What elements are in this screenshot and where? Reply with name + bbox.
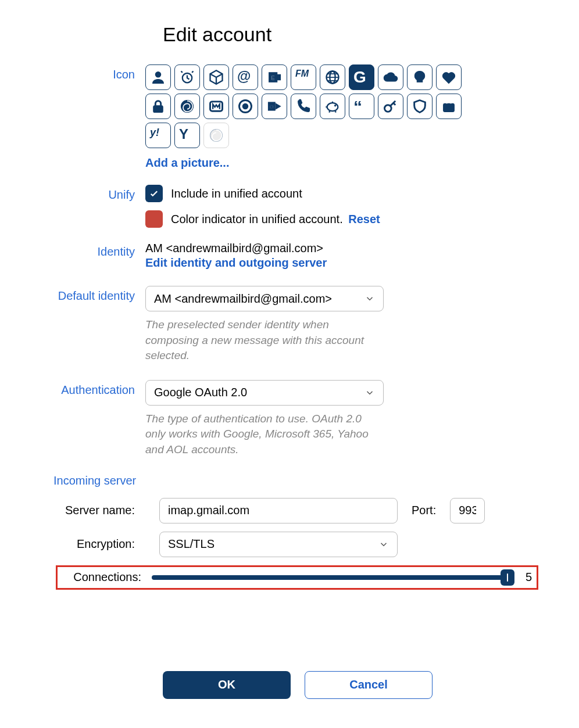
encryption-value: SSL/TLS bbox=[168, 537, 215, 551]
encryption-label: Encryption: bbox=[41, 537, 145, 551]
svg-rect-4 bbox=[277, 74, 281, 80]
m-icon[interactable] bbox=[203, 94, 229, 119]
identity-label: Identity bbox=[41, 242, 145, 259]
svg-rect-17 bbox=[444, 103, 455, 112]
connections-value: 5 bbox=[520, 571, 532, 584]
svg-point-0 bbox=[155, 72, 160, 77]
key-icon[interactable] bbox=[378, 94, 403, 119]
unify-label: Unify bbox=[41, 185, 145, 202]
chevron-down-icon bbox=[364, 388, 375, 398]
slider-thumb[interactable] bbox=[501, 569, 514, 586]
outlook-icon[interactable]: O bbox=[262, 94, 287, 119]
color-indicator-swatch[interactable] bbox=[145, 210, 163, 228]
svg-rect-9 bbox=[210, 102, 223, 111]
icon-label: Icon bbox=[41, 64, 145, 81]
page-title: Edit account bbox=[163, 23, 538, 46]
check-icon bbox=[149, 188, 159, 199]
svg-point-15 bbox=[335, 105, 336, 106]
edit-identity-link[interactable]: Edit identity and outgoing server bbox=[145, 256, 327, 270]
phone-icon[interactable] bbox=[291, 94, 316, 119]
spiral-icon[interactable] bbox=[174, 94, 200, 119]
y-icon[interactable]: Y bbox=[174, 123, 200, 148]
svg-point-11 bbox=[242, 103, 248, 109]
piggybank-icon[interactable] bbox=[320, 94, 345, 119]
globe-icon[interactable] bbox=[320, 64, 345, 90]
clock-icon[interactable] bbox=[174, 64, 200, 90]
default-identity-help: The preselected sender identity when com… bbox=[145, 317, 384, 364]
connections-highlight: Connections: 5 bbox=[56, 565, 538, 590]
ms-exchange-icon[interactable]: E bbox=[262, 64, 287, 90]
cancel-button[interactable]: Cancel bbox=[305, 671, 433, 699]
connections-label: Connections: bbox=[62, 571, 152, 584]
default-identity-select[interactable]: AM <andrewmailbird@gmail.com> bbox=[145, 286, 384, 311]
port-label: Port: bbox=[412, 504, 436, 517]
incoming-server-header: Incoming server bbox=[53, 474, 538, 487]
icon-grid: @ E FM G O “ y! Y bbox=[145, 64, 482, 148]
bulb-icon[interactable] bbox=[407, 64, 433, 90]
box-icon[interactable] bbox=[203, 64, 229, 90]
chevron-down-icon bbox=[364, 293, 375, 304]
include-unified-checkbox[interactable] bbox=[145, 185, 163, 202]
chevron-down-icon bbox=[378, 539, 389, 550]
disc-icon[interactable] bbox=[233, 94, 258, 119]
authentication-value: Google OAuth 2.0 bbox=[154, 386, 247, 399]
server-name-input[interactable] bbox=[159, 498, 398, 523]
heart-icon[interactable] bbox=[436, 64, 462, 90]
server-name-label: Server name: bbox=[41, 504, 145, 517]
include-unified-text: Include in unified account bbox=[171, 187, 302, 200]
yahoo-icon[interactable]: y! bbox=[145, 123, 171, 148]
reset-color-link[interactable]: Reset bbox=[348, 213, 380, 225]
cloud-icon[interactable] bbox=[378, 64, 403, 90]
color-indicator-text: Color indicator in unified account. Rese… bbox=[171, 213, 380, 226]
encryption-select[interactable]: SSL/TLS bbox=[159, 532, 398, 557]
default-identity-value: AM <andrewmailbird@gmail.com> bbox=[154, 292, 332, 306]
ok-button[interactable]: OK bbox=[163, 671, 291, 699]
add-picture-link[interactable]: Add a picture... bbox=[145, 156, 229, 170]
svg-rect-7 bbox=[153, 106, 163, 113]
svg-text:E: E bbox=[271, 74, 275, 81]
svg-text:O: O bbox=[270, 104, 274, 110]
fm-icon[interactable]: FM bbox=[291, 64, 316, 90]
authentication-help: The type of authentication to use. OAuth… bbox=[145, 411, 384, 458]
spiral2-icon[interactable] bbox=[203, 123, 229, 148]
google-icon[interactable]: G bbox=[349, 64, 374, 90]
default-identity-label: Default identity bbox=[41, 286, 145, 303]
lock-icon[interactable] bbox=[145, 94, 171, 119]
identity-display: AM <andrewmailbird@gmail.com> bbox=[145, 242, 538, 255]
authentication-select[interactable]: Google OAuth 2.0 bbox=[145, 380, 384, 406]
briefcase-icon[interactable] bbox=[436, 94, 462, 119]
quote-icon[interactable]: “ bbox=[349, 94, 374, 119]
svg-point-14 bbox=[327, 103, 338, 111]
person-icon[interactable] bbox=[145, 64, 171, 90]
at-icon[interactable]: @ bbox=[233, 64, 258, 90]
connections-slider[interactable] bbox=[152, 569, 514, 586]
svg-point-16 bbox=[385, 105, 392, 112]
authentication-label: Authentication bbox=[41, 380, 145, 397]
port-input[interactable] bbox=[450, 498, 485, 523]
shield-icon[interactable] bbox=[407, 94, 433, 119]
